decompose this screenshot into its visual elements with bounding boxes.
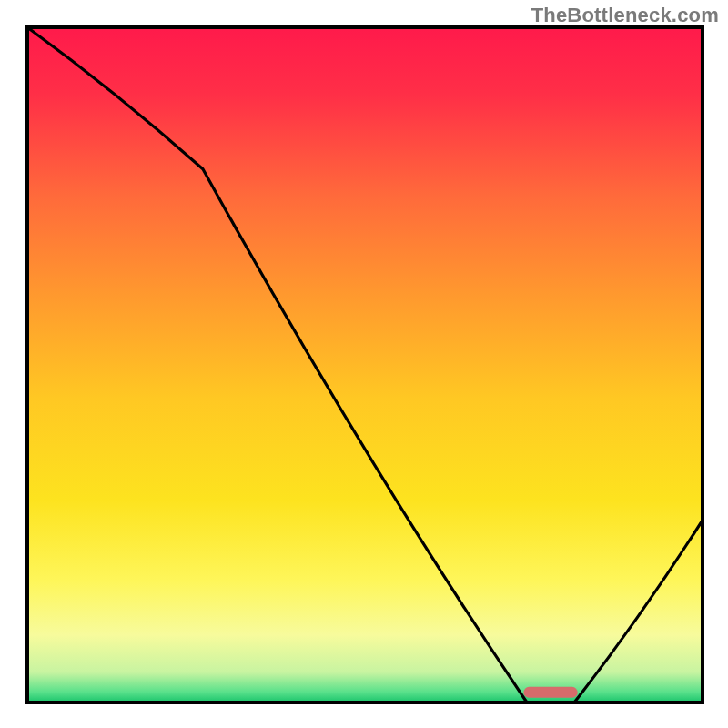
plot-background xyxy=(27,27,703,703)
min-marker xyxy=(523,687,577,698)
bottleneck-chart: TheBottleneck.com xyxy=(0,0,728,728)
watermark-text: TheBottleneck.com xyxy=(531,4,719,27)
chart-svg xyxy=(0,0,728,728)
